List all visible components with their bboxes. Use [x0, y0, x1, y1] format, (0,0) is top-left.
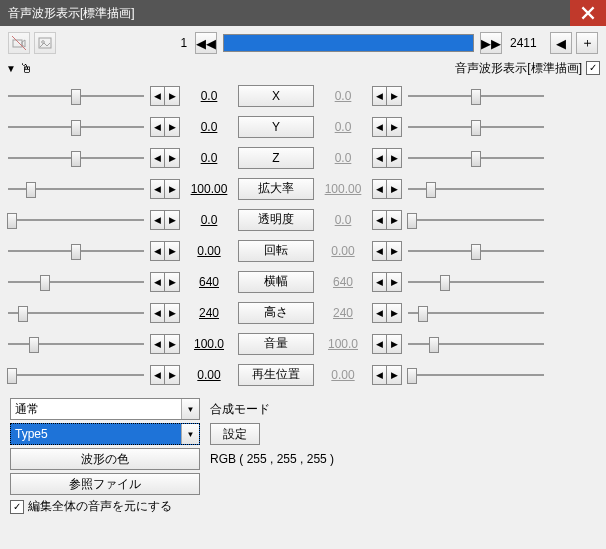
- param-stepper-left[interactable]: ◀ ▶: [150, 179, 180, 199]
- timeline-track[interactable]: [223, 34, 474, 52]
- param-name-button[interactable]: 回転: [238, 240, 314, 262]
- chevron-left-icon[interactable]: ◀: [151, 304, 165, 322]
- param-name-button[interactable]: Z: [238, 147, 314, 169]
- chevron-left-icon[interactable]: ◀: [151, 242, 165, 260]
- settings-button[interactable]: 設定: [210, 423, 260, 445]
- chevron-left-icon[interactable]: ◀: [373, 149, 387, 167]
- add-button[interactable]: ＋: [576, 32, 598, 54]
- chevron-right-icon[interactable]: ▶: [165, 366, 179, 384]
- param-slider-right[interactable]: [406, 333, 546, 355]
- param-value-right[interactable]: 640: [318, 275, 368, 289]
- chevron-right-icon[interactable]: ▶: [165, 242, 179, 260]
- chevron-right-icon[interactable]: ▶: [165, 335, 179, 353]
- chevron-left-icon[interactable]: ◀: [151, 87, 165, 105]
- rewind-button[interactable]: ◀◀: [195, 32, 217, 54]
- camera-icon-button[interactable]: [8, 32, 30, 54]
- object-enabled-checkbox[interactable]: ✓: [586, 61, 600, 75]
- param-slider-right[interactable]: [406, 116, 546, 138]
- param-value-right[interactable]: 0.0: [318, 120, 368, 134]
- param-name-button[interactable]: Y: [238, 116, 314, 138]
- chevron-right-icon[interactable]: ▶: [165, 118, 179, 136]
- chevron-left-icon[interactable]: ◀: [373, 87, 387, 105]
- param-stepper-right[interactable]: ◀ ▶: [372, 117, 402, 137]
- param-value-right[interactable]: 240: [318, 306, 368, 320]
- chevron-left-icon[interactable]: ◀: [151, 118, 165, 136]
- param-slider-right[interactable]: [406, 271, 546, 293]
- chevron-right-icon[interactable]: ▶: [387, 211, 401, 229]
- param-stepper-right[interactable]: ◀ ▶: [372, 365, 402, 385]
- chevron-right-icon[interactable]: ▶: [165, 149, 179, 167]
- param-stepper-left[interactable]: ◀ ▶: [150, 241, 180, 261]
- param-value-left[interactable]: 100.00: [184, 182, 234, 196]
- param-value-right[interactable]: 0.00: [318, 244, 368, 258]
- param-slider-left[interactable]: [6, 271, 146, 293]
- chevron-left-icon[interactable]: ◀: [373, 242, 387, 260]
- chevron-right-icon[interactable]: ▶: [387, 304, 401, 322]
- chevron-right-icon[interactable]: ▶: [165, 180, 179, 198]
- collapse-button[interactable]: ◀: [550, 32, 572, 54]
- param-value-right[interactable]: 0.0: [318, 213, 368, 227]
- param-slider-right[interactable]: [406, 240, 546, 262]
- param-stepper-right[interactable]: ◀ ▶: [372, 148, 402, 168]
- chevron-right-icon[interactable]: ▶: [165, 273, 179, 291]
- chevron-left-icon[interactable]: ◀: [373, 366, 387, 384]
- chevron-left-icon[interactable]: ◀: [151, 180, 165, 198]
- param-stepper-right[interactable]: ◀ ▶: [372, 179, 402, 199]
- param-slider-left[interactable]: [6, 209, 146, 231]
- chevron-left-icon[interactable]: ◀: [373, 180, 387, 198]
- param-stepper-right[interactable]: ◀ ▶: [372, 303, 402, 323]
- param-name-button[interactable]: 透明度: [238, 209, 314, 231]
- param-value-right[interactable]: 0.00: [318, 368, 368, 382]
- param-name-button[interactable]: X: [238, 85, 314, 107]
- chevron-right-icon[interactable]: ▶: [387, 366, 401, 384]
- chevron-right-icon[interactable]: ▶: [387, 118, 401, 136]
- param-stepper-left[interactable]: ◀ ▶: [150, 210, 180, 230]
- chevron-right-icon[interactable]: ▶: [165, 211, 179, 229]
- chevron-right-icon[interactable]: ▶: [387, 242, 401, 260]
- expand-triangle[interactable]: ▼: [6, 63, 16, 74]
- param-slider-right[interactable]: [406, 147, 546, 169]
- param-stepper-left[interactable]: ◀ ▶: [150, 334, 180, 354]
- close-button[interactable]: [570, 0, 606, 26]
- param-value-left[interactable]: 0.0: [184, 120, 234, 134]
- chevron-left-icon[interactable]: ◀: [373, 273, 387, 291]
- param-slider-left[interactable]: [6, 178, 146, 200]
- chevron-left-icon[interactable]: ◀: [151, 335, 165, 353]
- param-value-left[interactable]: 0.0: [184, 213, 234, 227]
- param-name-button[interactable]: 拡大率: [238, 178, 314, 200]
- param-slider-left[interactable]: [6, 302, 146, 324]
- param-value-right[interactable]: 100.00: [318, 182, 368, 196]
- chevron-left-icon[interactable]: ◀: [373, 118, 387, 136]
- param-name-button[interactable]: 音量: [238, 333, 314, 355]
- param-stepper-right[interactable]: ◀ ▶: [372, 86, 402, 106]
- param-stepper-left[interactable]: ◀ ▶: [150, 117, 180, 137]
- param-stepper-left[interactable]: ◀ ▶: [150, 272, 180, 292]
- param-value-right[interactable]: 0.0: [318, 89, 368, 103]
- fastforward-button[interactable]: ▶▶: [480, 32, 502, 54]
- param-value-left[interactable]: 0.0: [184, 151, 234, 165]
- param-slider-left[interactable]: [6, 240, 146, 262]
- chevron-right-icon[interactable]: ▶: [165, 87, 179, 105]
- param-slider-right[interactable]: [406, 302, 546, 324]
- param-stepper-left[interactable]: ◀ ▶: [150, 148, 180, 168]
- param-stepper-right[interactable]: ◀ ▶: [372, 334, 402, 354]
- param-stepper-left[interactable]: ◀ ▶: [150, 365, 180, 385]
- frame-start-value[interactable]: 1: [151, 36, 191, 50]
- image-icon-button[interactable]: [34, 32, 56, 54]
- param-stepper-right[interactable]: ◀ ▶: [372, 210, 402, 230]
- frame-end-value[interactable]: 2411: [506, 36, 546, 50]
- chevron-left-icon[interactable]: ◀: [151, 366, 165, 384]
- chevron-left-icon[interactable]: ◀: [373, 211, 387, 229]
- chevron-right-icon[interactable]: ▶: [387, 335, 401, 353]
- chevron-left-icon[interactable]: ◀: [151, 273, 165, 291]
- param-stepper-left[interactable]: ◀ ▶: [150, 86, 180, 106]
- param-slider-right[interactable]: [406, 178, 546, 200]
- param-slider-right[interactable]: [406, 209, 546, 231]
- chevron-right-icon[interactable]: ▶: [387, 87, 401, 105]
- param-name-button[interactable]: 再生位置: [238, 364, 314, 386]
- param-slider-left[interactable]: [6, 85, 146, 107]
- chevron-left-icon[interactable]: ◀: [151, 211, 165, 229]
- param-slider-left[interactable]: [6, 364, 146, 386]
- param-slider-left[interactable]: [6, 147, 146, 169]
- param-value-right[interactable]: 100.0: [318, 337, 368, 351]
